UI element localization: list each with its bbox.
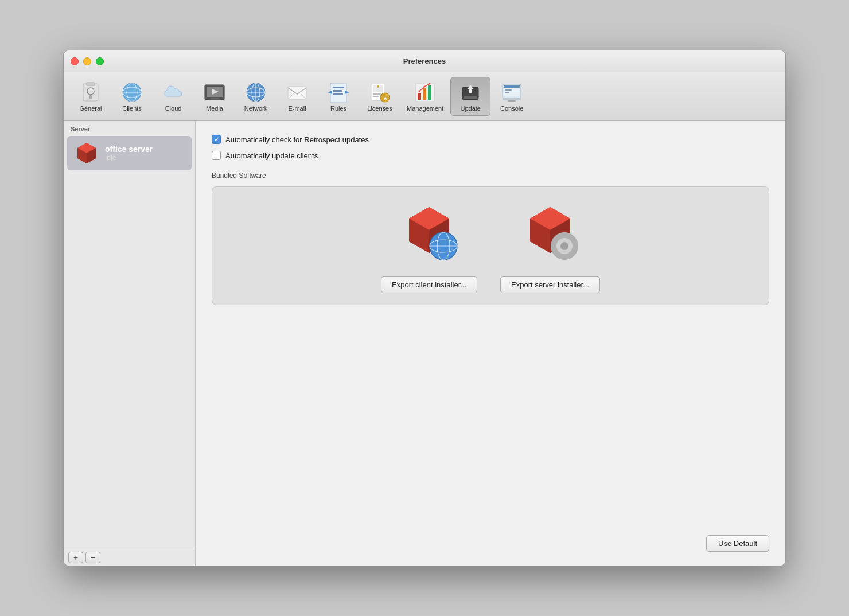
svg-rect-71 [563,255,566,260]
svg-rect-22 [333,87,344,88]
cloud-icon [162,81,185,104]
titlebar: Preferences [64,50,785,72]
svg-rect-21 [330,83,346,103]
server-status: Idle [105,154,153,162]
svg-rect-31 [373,96,379,97]
rules-icon [327,81,350,104]
window-title: Preferences [403,57,446,65]
svg-rect-46 [504,85,520,88]
preferences-window: Preferences General [63,50,786,566]
toolbar: General Clients Cloud [64,72,785,121]
sidebar-footer: + − [64,549,195,566]
tab-network[interactable]: Network [236,77,276,115]
tab-cloud[interactable]: Cloud [153,77,193,115]
tab-email-label: E-mail [288,105,306,112]
server-name: office server [105,145,153,154]
tab-rules-label: Rules [330,105,346,112]
client-installer-item: Export client installer... [381,198,477,293]
tab-rules[interactable]: Rules [318,77,359,115]
tab-media[interactable]: Media [194,77,235,115]
add-server-button[interactable]: + [68,552,83,563]
server-icon [74,141,99,166]
export-server-button[interactable]: Export server installer... [500,276,600,293]
auto-check-label: Automatically check for Retrospect updat… [225,135,369,144]
content-panel: ✓ Automatically check for Retrospect upd… [196,121,785,566]
console-icon [500,81,523,104]
auto-check-checkbox[interactable]: ✓ [212,135,221,144]
svg-rect-72 [551,244,555,248]
svg-rect-30 [373,93,381,95]
close-button[interactable] [71,57,79,65]
tab-clients[interactable]: Clients [112,77,152,115]
checkbox-checkmark: ✓ [214,136,219,143]
minimize-button[interactable] [83,57,91,65]
svg-rect-18 [288,87,306,99]
svg-rect-35 [418,93,421,100]
auto-update-label: Automatically update clients [225,151,318,160]
bundled-box: Export client installer... [212,186,769,305]
update-icon [459,81,482,104]
network-icon [244,81,267,104]
tab-management[interactable]: Management [401,77,449,115]
svg-text:★: ★ [383,96,388,101]
tab-update-label: Update [460,105,480,112]
tab-media-label: Media [206,105,223,112]
svg-point-38 [419,91,420,92]
sidebar-section-label: Server [64,121,195,135]
bundled-section-label: Bundled Software [212,171,769,180]
tab-console-label: Console [500,105,523,112]
main-content: Server office server Idle [64,121,785,566]
client-installer-icon [398,201,461,264]
clients-icon [120,81,143,104]
svg-rect-1 [87,83,95,85]
svg-rect-47 [505,89,512,91]
server-info: office server Idle [105,145,153,162]
tab-general-label: General [79,105,102,112]
management-icon [414,81,437,104]
auto-update-checkbox[interactable] [212,151,221,160]
server-icon-wrapper [513,198,587,267]
svg-marker-25 [345,91,349,94]
email-icon [286,81,309,104]
use-default-button[interactable]: Use Default [706,535,769,552]
tab-console[interactable]: Console [492,77,532,115]
tab-management-label: Management [407,105,443,112]
licenses-icon: ★ [368,81,391,104]
remove-server-button[interactable]: − [85,552,100,563]
svg-rect-37 [428,85,431,100]
tab-update[interactable]: Update [450,77,490,116]
svg-rect-24 [333,93,343,95]
svg-rect-49 [503,98,521,100]
use-default-row: Use Default [212,526,769,552]
server-installer-icon [519,201,582,264]
svg-point-40 [429,83,431,85]
general-icon [79,81,102,104]
svg-marker-26 [328,91,332,94]
tab-licenses[interactable]: ★ Licenses [360,77,400,115]
svg-rect-3 [89,95,92,99]
svg-rect-73 [574,244,578,248]
tab-network-label: Network [244,105,267,112]
export-client-button[interactable]: Export client installer... [381,276,477,293]
svg-point-39 [424,86,426,88]
tab-general[interactable]: General [71,77,111,115]
tab-licenses-label: Licenses [367,105,392,112]
svg-rect-48 [505,92,509,93]
svg-point-69 [560,242,568,250]
sidebar: Server office server Idle [64,121,196,566]
client-icon-wrapper [392,198,466,267]
tab-email[interactable]: E-mail [277,77,317,115]
sidebar-server-item[interactable]: office server Idle [67,136,192,170]
server-installer-item: Export server installer... [500,198,600,293]
maximize-button[interactable] [96,57,104,65]
svg-rect-23 [333,90,342,92]
media-icon [203,81,226,104]
traffic-lights [71,57,104,65]
tab-clients-label: Clients [122,105,142,112]
auto-check-row: ✓ Automatically check for Retrospect upd… [212,135,769,144]
svg-rect-43 [464,96,477,99]
svg-rect-11 [208,99,221,100]
tab-cloud-label: Cloud [165,105,182,112]
svg-point-29 [377,85,379,88]
svg-rect-36 [423,88,426,100]
